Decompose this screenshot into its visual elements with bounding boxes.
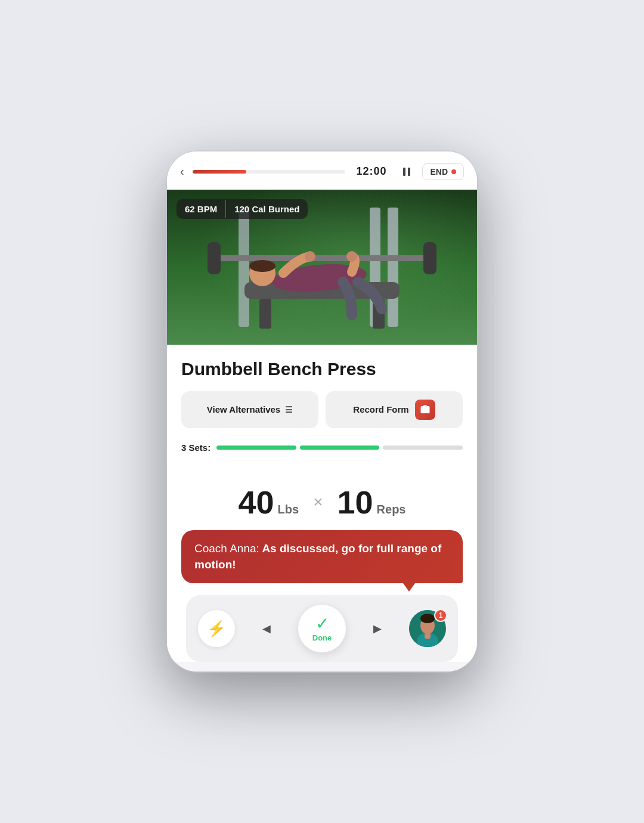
bottom-action-bar: ⚡ ◀ ✓ Done ▶ (186, 595, 458, 662)
bpm-stat: 62 BPM (177, 199, 225, 219)
sets-progress (216, 445, 463, 450)
sets-label: 3 Sets: (181, 443, 463, 453)
svg-point-14 (249, 260, 275, 272)
timer-display: 12:00 (356, 165, 386, 178)
done-label: Done (312, 633, 332, 642)
exercise-image: 62 BPM 120 Cal Burned (167, 190, 477, 345)
alt-btn-label: View Alternatives (207, 404, 280, 414)
done-button[interactable]: ✓ Done (298, 605, 346, 652)
calories-stat: 120 Cal Burned (226, 199, 308, 219)
weight-group: 40 Lbs (239, 486, 299, 518)
menu-icon: ☰ (285, 405, 293, 414)
weight-unit: Lbs (278, 503, 299, 516)
reps-group: 10 Reps (338, 486, 406, 518)
record-form-button[interactable]: Record Form (326, 391, 463, 428)
back-button[interactable]: ‹ (180, 165, 184, 178)
coach-message-bubble: Coach Anna: As discussed, go for full ra… (181, 530, 463, 583)
svg-rect-0 (403, 168, 405, 176)
phone-wrapper: ‹ 12:00 END (167, 151, 477, 672)
pause-icon (401, 166, 412, 177)
pause-button[interactable] (397, 162, 416, 181)
done-check-icon: ✓ (315, 615, 329, 632)
next-exercise-button[interactable]: ▶ (369, 617, 386, 640)
record-btn-label: Record Form (353, 404, 408, 414)
svg-rect-5 (239, 208, 249, 327)
progress-bar-fill (193, 170, 246, 174)
notification-badge: 1 (434, 609, 447, 622)
camera-icon-btn (415, 400, 435, 420)
reps-unit: Reps (377, 503, 406, 516)
svg-rect-7 (259, 299, 271, 329)
sets-section: 3 Sets: (181, 443, 463, 465)
set-bar-3 (383, 445, 463, 450)
exercise-title: Dumbbell Bench Press (181, 359, 463, 379)
view-alternatives-button[interactable]: View Alternatives ☰ (181, 391, 318, 428)
stats-overlay: 62 BPM 120 Cal Burned (177, 199, 308, 219)
phone-frame: ‹ 12:00 END (167, 151, 477, 672)
weight-reps-display: 40 Lbs × 10 Reps (181, 477, 463, 530)
end-label: END (430, 167, 448, 177)
svg-rect-22 (425, 633, 431, 639)
content-area: Dumbbell Bench Press View Alternatives ☰… (167, 345, 477, 662)
action-buttons: View Alternatives ☰ Record Form (181, 391, 463, 428)
progress-bar-container (193, 170, 346, 174)
coach-avatar-wrapper[interactable]: 1 (409, 610, 446, 647)
set-bar-2 (300, 445, 380, 450)
svg-point-15 (305, 251, 315, 262)
camera-icon (420, 404, 431, 415)
end-dot (451, 169, 456, 174)
sets-label-text: 3 Sets: (181, 443, 210, 453)
header-bar: ‹ 12:00 END (167, 151, 477, 190)
svg-point-16 (346, 251, 357, 262)
end-button[interactable]: END (422, 163, 464, 180)
weight-number: 40 (239, 486, 274, 518)
coach-name: Coach Anna: (194, 542, 259, 555)
svg-rect-10 (208, 242, 221, 274)
reps-number: 10 (338, 486, 373, 518)
lightning-button[interactable]: ⚡ (198, 610, 235, 647)
lightning-icon: ⚡ (207, 620, 226, 638)
svg-rect-11 (423, 242, 436, 274)
phone-inner: ‹ 12:00 END (167, 151, 477, 672)
svg-rect-1 (408, 168, 410, 176)
set-bar-1 (216, 445, 296, 450)
svg-rect-9 (215, 255, 429, 261)
multiply-sign: × (313, 493, 323, 512)
svg-rect-4 (388, 208, 398, 327)
prev-exercise-button[interactable]: ◀ (258, 617, 275, 640)
svg-point-20 (420, 614, 435, 623)
